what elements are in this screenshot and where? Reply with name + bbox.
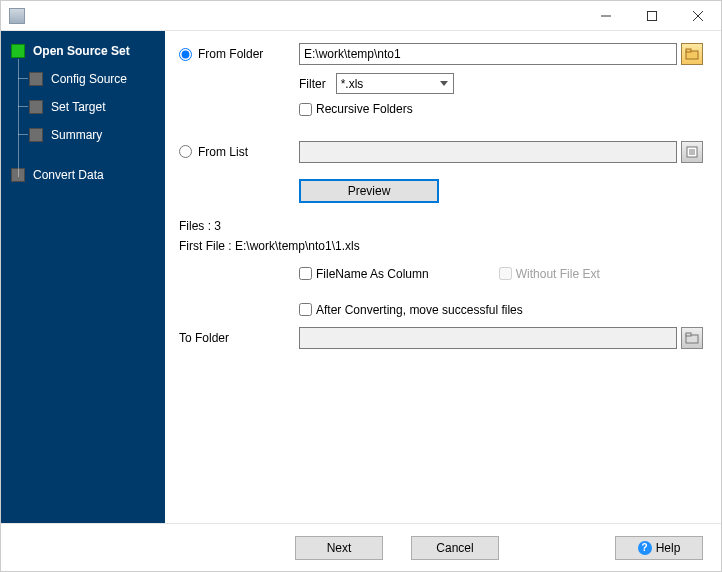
to-folder-label: To Folder: [179, 331, 229, 345]
maximize-button[interactable]: [629, 1, 675, 31]
browse-list-button[interactable]: [681, 141, 703, 163]
cancel-button-label: Cancel: [436, 541, 473, 555]
file-list-icon: [686, 146, 698, 158]
sidebar-item-config-source[interactable]: Config Source: [1, 65, 165, 93]
browse-to-folder-button[interactable]: [681, 327, 703, 349]
recursive-folders-label: Recursive Folders: [316, 102, 413, 116]
next-button[interactable]: Next: [295, 536, 383, 560]
from-folder-input[interactable]: [299, 43, 677, 65]
step-icon-active: [11, 44, 25, 58]
without-file-ext-label: Without File Ext: [516, 267, 600, 281]
preview-button-label: Preview: [348, 184, 391, 198]
svg-rect-11: [686, 333, 691, 336]
wizard-steps-sidebar: Open Source Set Config Source Set Target…: [1, 31, 165, 523]
first-file-text: First File : E:\work\temp\nto1\1.xls: [179, 239, 703, 253]
from-list-input: [299, 141, 677, 163]
folder-open-icon: [685, 48, 699, 60]
from-list-radio[interactable]: [179, 145, 192, 158]
filename-as-column-checkbox[interactable]: [299, 267, 312, 280]
sidebar-item-label: Convert Data: [33, 168, 104, 182]
without-file-ext-checkbox-label: Without File Ext: [499, 267, 600, 281]
sidebar-item-summary[interactable]: Summary: [1, 121, 165, 149]
help-icon: ?: [638, 541, 652, 555]
after-converting-checkbox-label[interactable]: After Converting, move successful files: [299, 303, 523, 317]
to-folder-input: [299, 327, 677, 349]
minimize-button[interactable]: [583, 1, 629, 31]
preview-button[interactable]: Preview: [299, 179, 439, 203]
filter-value: *.xls: [341, 77, 364, 91]
help-button[interactable]: ? Help: [615, 536, 703, 560]
filter-select[interactable]: *.xls: [336, 73, 454, 94]
from-list-label: From List: [198, 145, 248, 159]
sidebar-item-set-target[interactable]: Set Target: [1, 93, 165, 121]
help-button-label: Help: [656, 541, 681, 555]
step-icon: [29, 128, 43, 142]
from-folder-radio-label[interactable]: From Folder: [179, 47, 263, 61]
without-file-ext-checkbox: [499, 267, 512, 280]
sidebar-item-open-source-set[interactable]: Open Source Set: [1, 37, 165, 65]
svg-rect-1: [648, 11, 657, 20]
from-folder-radio[interactable]: [179, 48, 192, 61]
filename-as-column-checkbox-label[interactable]: FileName As Column: [299, 267, 429, 281]
from-list-radio-label[interactable]: From List: [179, 145, 248, 159]
recursive-folders-checkbox[interactable]: [299, 103, 312, 116]
sidebar-item-label: Config Source: [51, 72, 127, 86]
after-converting-checkbox[interactable]: [299, 303, 312, 316]
sidebar-item-convert-data[interactable]: Convert Data: [1, 161, 165, 189]
sidebar-item-label: Summary: [51, 128, 102, 142]
step-icon: [29, 72, 43, 86]
sidebar-item-label: Open Source Set: [33, 44, 130, 58]
next-button-label: Next: [327, 541, 352, 555]
sidebar-item-label: Set Target: [51, 100, 105, 114]
close-button[interactable]: [675, 1, 721, 31]
app-icon: [9, 8, 25, 24]
step-icon: [29, 100, 43, 114]
cancel-button[interactable]: Cancel: [411, 536, 499, 560]
svg-rect-5: [686, 49, 691, 52]
browse-folder-button[interactable]: [681, 43, 703, 65]
filename-as-column-label: FileName As Column: [316, 267, 429, 281]
files-count-text: Files : 3: [179, 219, 703, 233]
after-converting-label: After Converting, move successful files: [316, 303, 523, 317]
folder-icon: [685, 332, 699, 344]
filter-label: Filter: [299, 77, 326, 91]
from-folder-label: From Folder: [198, 47, 263, 61]
recursive-folders-checkbox-label[interactable]: Recursive Folders: [299, 102, 413, 116]
